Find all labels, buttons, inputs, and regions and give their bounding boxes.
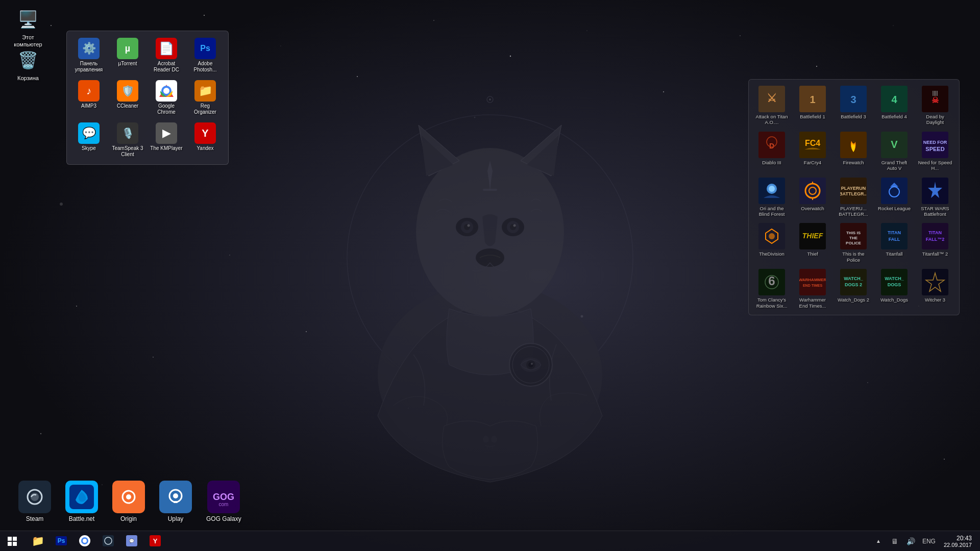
game-overwatch[interactable]: Overwatch xyxy=(794,176,831,219)
game-police[interactable]: THIS ISTHEPOLICE This is the Police xyxy=(835,221,872,265)
svg-text:WATCH_: WATCH_ xyxy=(885,276,904,281)
svg-rect-104 xyxy=(922,223,948,249)
tray-monitor[interactable]: 🖥 xyxy=(888,534,902,548)
svg-text:TITAN: TITAN xyxy=(888,230,901,235)
taskbar-steam[interactable] xyxy=(97,531,119,552)
svg-text:||||: |||| xyxy=(932,90,938,96)
desktop: 🖥️ Этот компьютер 🗑️ Корзина ⚙️ Панель у… xyxy=(0,0,980,551)
game-rainbow-six[interactable]: 6 Tom Clancy's Rainbow Six... xyxy=(753,267,791,311)
svg-point-94 xyxy=(769,233,775,239)
game-ori[interactable]: Ori and the Blind Forest xyxy=(753,176,791,219)
game-rocket-league[interactable]: Rocket League xyxy=(875,176,913,219)
svg-rect-130 xyxy=(174,501,178,503)
svg-text:THIS IS: THIS IS xyxy=(846,231,861,235)
tray-expand[interactable]: ▲ xyxy=(871,534,886,548)
svg-text:💬: 💬 xyxy=(129,538,134,543)
svg-text:☠: ☠ xyxy=(932,96,939,105)
game-diablo3[interactable]: D Diablo III xyxy=(753,130,791,173)
app-aimp3[interactable]: ♪ AIMP3 xyxy=(71,78,107,118)
app-photoshop[interactable]: Ps Adobe Photosh... xyxy=(187,35,223,76)
my-computer-icon[interactable]: 🖥️ Этот компьютер xyxy=(8,5,48,51)
svg-text:⚔: ⚔ xyxy=(767,92,777,105)
svg-point-140 xyxy=(83,539,87,543)
game-gta5[interactable]: V Grand Theft Auto V xyxy=(875,130,913,173)
game-watch-dogs2[interactable]: WATCH_DOGS 2 Watch_Dogs 2 xyxy=(835,267,872,311)
svg-text:Y: Y xyxy=(153,537,158,545)
app-ccleaner[interactable]: 🛡️ CCleaner xyxy=(110,78,145,118)
svg-point-80 xyxy=(769,186,775,192)
app-chrome[interactable]: Google Chrome xyxy=(149,78,184,118)
game-need-for-speed[interactable]: NEED FORSPEED Need for Speed H... xyxy=(916,130,954,173)
svg-rect-134 xyxy=(8,537,12,541)
game-farcry4[interactable]: FC4 FarCry4 xyxy=(794,130,831,173)
game-titanfall2[interactable]: TITANFALL™2 Titanfall™ 2 xyxy=(916,221,954,265)
taskbar-discord[interactable]: 💬 xyxy=(120,531,143,552)
recycle-bin-icon[interactable]: 🗑️ Корзина xyxy=(8,46,48,84)
quick-launch: Steam Battle.net Origin Uplay GOGcom GOG… xyxy=(15,478,244,525)
svg-text:THIEF: THIEF xyxy=(802,232,823,240)
taskbar: 📁 Ps 💬 Y ▲ 🖥 🔊 ENG 20:43 22 xyxy=(0,531,980,551)
game-titanfall[interactable]: TITANFALL Titanfall xyxy=(875,221,913,265)
taskbar-photoshop[interactable]: Ps xyxy=(50,531,72,552)
svg-rect-89 xyxy=(881,178,908,204)
taskbar-file-explorer[interactable]: 📁 xyxy=(27,531,49,552)
app-skype[interactable]: 💬 Skype xyxy=(71,120,107,160)
svg-point-126 xyxy=(126,494,131,499)
svg-text:FALL: FALL xyxy=(889,237,900,242)
taskbar-clock[interactable]: 20:43 22.09.2017 xyxy=(940,535,976,548)
taskbar-tray: ▲ 🖥 🔊 ENG 20:43 22.09.2017 xyxy=(871,534,980,548)
svg-rect-137 xyxy=(13,542,17,546)
svg-rect-81 xyxy=(799,178,826,204)
game-star-wars[interactable]: STAR WARS Battlefront xyxy=(916,176,954,219)
game-warhammer[interactable]: WARHAMMEREND TIMES Warhammer End Times..… xyxy=(794,267,831,311)
app-control-panel[interactable]: ⚙️ Панель управления xyxy=(71,35,107,76)
app-yandex[interactable]: Y Yandex xyxy=(187,120,223,160)
language-indicator[interactable]: ENG xyxy=(920,538,938,545)
game-pubg[interactable]: PLAYERUNBATTLEGR... PLAYERU... BATTLEGR.… xyxy=(835,176,872,219)
game-dead-by-daylight[interactable]: ☠|||| Dead by Daylight xyxy=(916,84,954,128)
game-witcher3[interactable]: Witcher 3 xyxy=(916,267,954,311)
app-utorrent[interactable]: µ µTorrent xyxy=(110,35,145,76)
svg-text:GOG: GOG xyxy=(213,492,234,502)
taskbar-pinned-icons: 📁 Ps 💬 Y xyxy=(24,531,168,552)
svg-rect-110 xyxy=(799,269,826,295)
game-battlefield4[interactable]: 4 Battlefield 4 xyxy=(875,84,913,128)
app-kmplayer[interactable]: ▶ The KMPlayer xyxy=(149,120,184,160)
svg-text:WATCH_: WATCH_ xyxy=(844,276,863,281)
game-battlefield1[interactable]: 1 Battlefield 1 xyxy=(794,84,831,128)
tray-volume[interactable]: 🔊 xyxy=(904,534,918,548)
game-the-division[interactable]: TheDivision xyxy=(753,221,791,265)
game-watch-dogs[interactable]: WATCH_DOGS Watch_Dogs xyxy=(875,267,913,311)
svg-text:NEED FOR: NEED FOR xyxy=(923,140,947,145)
taskbar-yandex[interactable]: Y xyxy=(144,531,166,552)
svg-text:1: 1 xyxy=(810,94,815,105)
game-attack-on-titan[interactable]: ⚔ Attack on Titan A.O.... xyxy=(753,84,791,128)
svg-text:com: com xyxy=(219,502,229,507)
launch-battlenet[interactable]: Battle.net xyxy=(62,478,101,525)
launch-origin[interactable]: Origin xyxy=(109,478,148,525)
app-acrobat[interactable]: 📄 Acrobat Reader DC xyxy=(149,35,184,76)
app-grid: ⚙️ Панель управления µ µTorrent 📄 Acroba… xyxy=(66,31,229,165)
clock-date: 22.09.2017 xyxy=(944,542,972,548)
app-teamspeak[interactable]: 🎙️ TeamSpeak 3 Client xyxy=(110,120,145,160)
svg-text:FALL™2: FALL™2 xyxy=(926,237,945,242)
svg-text:BATTLEGR...: BATTLEGR... xyxy=(840,191,867,196)
launch-uplay[interactable]: Uplay xyxy=(156,478,195,525)
launch-steam[interactable]: Steam xyxy=(15,478,54,525)
app-reg-organizer[interactable]: 📁 Reg Organizer xyxy=(187,78,223,118)
svg-point-55 xyxy=(163,88,169,94)
start-button[interactable] xyxy=(0,531,24,552)
game-battlefield3[interactable]: 3 Battlefield 3 xyxy=(835,84,872,128)
svg-text:WARHAMMER: WARHAMMER xyxy=(799,278,826,282)
svg-text:TITAN: TITAN xyxy=(928,230,942,235)
launch-gog-galaxy[interactable]: GOGcom GOG Galaxy xyxy=(203,478,244,525)
svg-rect-135 xyxy=(13,537,17,541)
svg-text:DOGS 2: DOGS 2 xyxy=(845,282,862,287)
svg-text:POLICE: POLICE xyxy=(846,241,861,245)
svg-text:FC4: FC4 xyxy=(805,139,820,147)
taskbar-chrome[interactable] xyxy=(74,531,96,552)
svg-rect-75 xyxy=(922,132,948,158)
game-firewatch[interactable]: Firewatch xyxy=(835,130,872,173)
svg-text:4: 4 xyxy=(891,94,897,105)
game-thief[interactable]: THIEF Thief xyxy=(794,221,831,265)
